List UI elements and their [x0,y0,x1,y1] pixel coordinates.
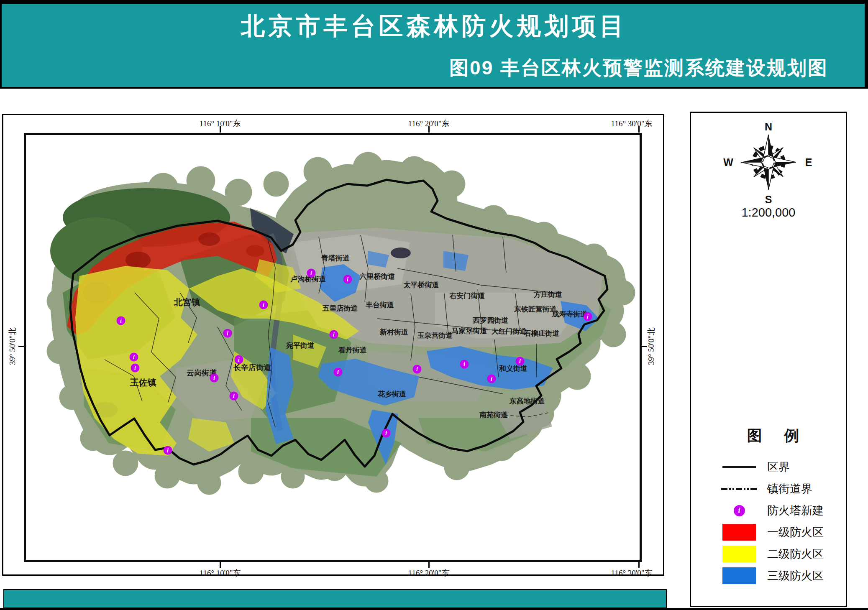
street-label: 卢沟桥街道 [290,275,326,283]
compass-rose: N E S W [691,120,846,209]
legend-row-solid-line: 区界 [706,456,840,478]
marker-glyph: i [120,318,122,324]
street-label: 方庄街道 [533,291,562,299]
legend-swatch [722,524,756,541]
legend-row-swatch: 二级防火区 [706,543,840,565]
fire-tower-marker: i [343,275,352,284]
fire-tower-marker: i [230,392,238,401]
left-tick [18,346,24,347]
legend-dashdot-line [721,488,757,490]
marker-glyph: i [213,375,215,381]
legend-row-swatch: 三级防火区 [706,565,840,587]
legend-symbol-col [721,567,757,584]
coord-label-left: 39° 50'0"北 [7,327,18,365]
street-label: 宛平街道 [286,342,315,350]
fire-tower-marker: i [334,368,343,377]
marker-glyph: i [227,330,228,337]
street-label: 石榴庄街道 [524,329,560,337]
marker-glyph: i [333,332,335,338]
fire-tower-marker: i [516,357,525,366]
street-label: 马家堡街道 [452,327,487,335]
street-label: 东高地街道 [509,397,545,405]
bottom-tick-3 [638,561,640,568]
street-label: 西罗园街道 [473,316,509,324]
marker-glyph: i [337,369,339,375]
fire-tower-marker: i [164,446,172,455]
marker-glyph: i [263,302,264,308]
compass-rose-svg: N E S W [720,120,817,209]
marker-glyph: i [233,393,235,399]
coord-label-top-3: 116° 30'0"东 [611,118,653,129]
street-label: 大红门街道 [492,327,527,335]
legend-label: 二级防火区 [767,546,824,562]
coord-label-bottom-1: 116° 10'0"东 [200,568,241,579]
page: { "header": { "title": "北京市丰台区森林防火规划项目",… [0,0,868,610]
legend-label: 一级防火区 [767,525,824,540]
coord-label-right: 39° 50'0"北 [646,327,657,365]
header-band: 北京市丰台区森林防火规划项目 图09 丰台区林火预警监测系统建设规划图 [0,0,868,89]
compass-w: W [723,156,733,168]
street-label: 王佐镇 [130,378,156,388]
street-label: 成寿寺街道 [552,310,588,318]
page-title: 北京市丰台区森林防火规划项目 [0,10,868,43]
compass-e: E [805,156,812,168]
marker-glyph: i [587,314,589,320]
page-subtitle: 图09 丰台区林火预警监测系统建设规划图 [449,55,828,81]
legend-row-swatch: 一级防火区 [706,521,840,543]
street-label: 丰台街道 [366,301,394,309]
legend-solid-line [722,466,756,468]
street-label: 东铁匠营街道 [514,305,557,313]
street-label: 长辛店街道 [233,363,271,372]
street-label: 北宫镇 [174,297,200,307]
legend-symbol-col [721,524,757,541]
marker-glyph: i [416,366,418,373]
fire-tower-marker: i [223,329,232,338]
marker-glyph: i [463,361,465,368]
fire-tower-marker: i [130,353,138,362]
compass-letters: N E S W [723,121,812,205]
legend-title: 图 例 [706,426,840,446]
street-label: 五里店街道 [322,304,358,312]
footer-teal-bar [3,589,667,608]
map-satellite-canvas: 北宫镇卢沟桥街道青塔街道六里桥街道太平桥街道右安门街道方庄街道东铁匠营街道成寿寺… [26,135,640,560]
marker-glyph: i [347,276,348,283]
coord-label-bottom-2: 116° 20'0"东 [408,568,450,579]
fire-tower-marker: i [259,301,268,309]
street-label: 右安门街道 [449,292,485,300]
map-inner-frame: 北宫镇卢沟桥街道青塔街道六里桥街道太平桥街道右安门街道方庄街道东铁匠营街道成寿寺… [24,133,642,562]
street-label: 和义街道 [499,365,527,373]
coord-label-top-2: 116° 20'0"东 [408,118,450,129]
fire-tower-marker: i [131,364,140,373]
legend: 图 例 区界镇街道界i防火塔新建一级防火区二级防火区三级防火区 [706,426,840,587]
map-scale: 1:200,000 [691,206,846,219]
legend-swatch [722,546,756,562]
fire-tower-marker: i [382,429,391,438]
marker-glyph: i [133,354,135,360]
coord-label-top-1: 116° 10'0"东 [200,118,241,129]
street-label: 花乡街道 [377,390,406,398]
compass-cardinal-points [741,135,796,190]
street-label: 南苑街道 [479,411,508,419]
street-label: 太平桥街道 [403,281,439,289]
bottom-tick-1 [220,561,221,568]
fire-tower-legend-icon: i [734,505,745,516]
legend-rows: 区界镇街道界i防火塔新建一级防火区二级防火区三级防火区 [706,456,840,587]
compass-s: S [765,194,772,205]
marker-glyph: i [491,376,492,382]
street-label: 玉泉营街道 [417,332,453,339]
marker-glyph: i [519,358,521,365]
fire-tower-marker: i [460,360,469,369]
legend-label: 镇街道界 [767,481,812,496]
marker-glyph: i [134,365,136,371]
legend-swatch [722,567,756,584]
right-panel: N E S W 1:200,000 图 例 区界镇街道界i防火塔新建一级防火区二… [690,112,847,607]
fire-tower-marker: i [584,312,592,321]
footer-black-line [0,608,868,610]
street-label: 六里桥街道 [359,272,395,281]
legend-symbol-col: i [721,505,757,516]
street-label: 青塔街道 [321,254,350,262]
street-label: 新村街道 [379,328,408,336]
legend-row-dashdot-line: 镇街道界 [706,478,840,500]
legend-row-marker: i防火塔新建 [706,500,840,521]
compass-n: N [765,121,772,133]
